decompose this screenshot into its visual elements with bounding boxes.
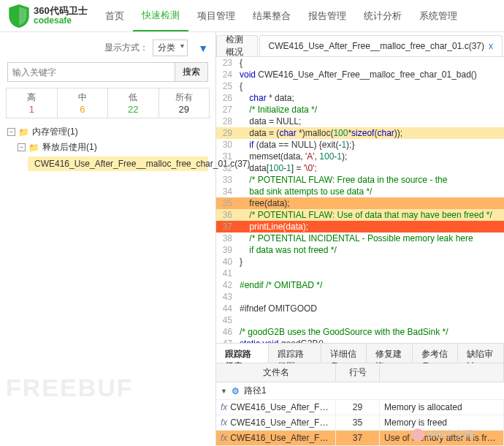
code-line: 39 if data was not freed */ xyxy=(216,244,504,256)
nav-item[interactable]: 项目管理 xyxy=(188,0,244,31)
display-mode-select[interactable]: 分类 xyxy=(153,39,188,56)
th-filename: 文件名 xyxy=(216,363,336,382)
nav-item[interactable]: 首页 xyxy=(96,0,133,31)
display-mode-label: 显示方式： xyxy=(104,42,148,54)
code-line: 25{ xyxy=(216,80,504,92)
main-nav: 首页快速检测项目管理结果整合报告管理统计分析系统管理 xyxy=(96,0,466,31)
tree-label: 释放后使用(1) xyxy=(42,141,97,154)
shield-icon xyxy=(9,4,29,28)
code-line: 35 free(data); xyxy=(216,197,504,209)
path-icon: ⚙ xyxy=(232,386,240,396)
severity-bar: 高1中6低22所有29 xyxy=(6,88,210,118)
tree-node-child[interactable]: − 📁 释放后使用(1) xyxy=(18,140,208,155)
search-button[interactable]: 搜索 xyxy=(175,62,208,82)
severity-cell[interactable]: 低22 xyxy=(108,88,159,118)
tab-source-file[interactable]: CWE416_Use_After_Free__malloc_free_char_… xyxy=(259,35,503,56)
code-line: 36 /* POTENTIAL FLAW: Use of data that m… xyxy=(216,209,504,221)
watermark: FREEBUF xyxy=(6,374,134,402)
collapse-icon[interactable]: ▼ xyxy=(221,388,227,395)
th-line: 行号 xyxy=(336,363,380,382)
filter-icon[interactable]: ▼ xyxy=(198,42,208,54)
code-line: 37 printLine(data); xyxy=(216,221,504,233)
path-group[interactable]: ▼ ⚙ 路径1 xyxy=(216,382,504,400)
bottom-tab[interactable]: 修复建议 xyxy=(367,344,413,363)
search-input[interactable] xyxy=(7,62,175,82)
issue-tree: − 📁 内存管理(1) − 📁 释放后使用(1) CWE416_Use_Afte… xyxy=(3,118,213,177)
code-line: 26 char * data; xyxy=(216,92,504,104)
code-line: 24void CWE416_Use_After_Free__malloc_fre… xyxy=(216,69,504,80)
table-row[interactable]: fxCWE416_Use_After_Free__malloc_fre...29… xyxy=(216,400,504,415)
tab-label: CWE416_Use_After_Free__malloc_free_char_… xyxy=(269,41,484,51)
right-panel: 检测概况 CWE416_Use_After_Free__malloc_free_… xyxy=(216,32,504,446)
code-editor[interactable]: 23{24void CWE416_Use_After_Free__malloc_… xyxy=(216,57,504,343)
folder-icon: 📁 xyxy=(28,143,39,153)
nav-item[interactable]: 快速检测 xyxy=(133,0,188,31)
code-line: 47static void goodG2B() xyxy=(216,338,504,343)
code-line: 38 /* POTENTIAL INCIDENTAL - Possible me… xyxy=(216,233,504,244)
severity-cell[interactable]: 中6 xyxy=(58,88,109,118)
code-line: 34 bad sink attempts to use data */ xyxy=(216,186,504,197)
bottom-tabs: 跟踪路径表跟踪路径图详细信息修复建议参考信息缺陷审计 xyxy=(216,343,504,363)
bottom-tab[interactable]: 跟踪路径表 xyxy=(216,344,269,363)
app-header: 360代码卫士 codesafe 首页快速检测项目管理结果整合报告管理统计分析系… xyxy=(0,0,504,32)
code-line: 33 /* POTENTIAL FLAW: Free data in the s… xyxy=(216,174,504,186)
code-line: 42#endif /* OMITBAD */ xyxy=(216,279,504,291)
code-line: 28 data = NULL; xyxy=(216,116,504,127)
severity-cell[interactable]: 所有29 xyxy=(159,88,210,118)
code-line: 30 if (data == NULL) {exit(-1);} xyxy=(216,139,504,151)
folder-icon: 📁 xyxy=(18,127,29,137)
code-line: 27 /* Initialize data */ xyxy=(216,104,504,116)
th-desc xyxy=(380,363,504,382)
logo-text-en: codesafe xyxy=(34,16,88,26)
logo-text-cn: 360代码卫士 xyxy=(34,6,88,16)
left-panel: 显示方式： 分类 ▼ 搜索 高1中6低22所有29 − 📁 内存管理(1) − … xyxy=(0,32,216,446)
code-line: 46/* goodG2B uses the GoodSource with th… xyxy=(216,326,504,338)
code-line: 43 xyxy=(216,291,504,303)
code-line: 32 data[100-1] = '\0'; xyxy=(216,162,504,174)
code-line: 29 data = (char *)malloc(100*sizeof(char… xyxy=(216,127,504,139)
tree-node-root[interactable]: − 📁 内存管理(1) xyxy=(7,124,208,140)
nav-item[interactable]: 结果整合 xyxy=(244,0,299,31)
tree-node-file[interactable]: CWE416_Use_After_Free__malloc_free_char_… xyxy=(28,156,208,171)
bottom-tab[interactable]: 跟踪路径图 xyxy=(269,344,321,363)
nav-item[interactable]: 报告管理 xyxy=(299,0,355,31)
close-icon[interactable]: x xyxy=(489,41,493,51)
code-line: 41 xyxy=(216,268,504,279)
table-row[interactable]: fxCWE416_Use_After_Free__malloc_fre...35… xyxy=(216,415,504,431)
tab-overview[interactable]: 检测概况 xyxy=(216,35,258,56)
nav-item[interactable]: 统计分析 xyxy=(355,0,411,31)
path-label: 路径1 xyxy=(244,385,267,397)
code-tabs: 检测概况 CWE416_Use_After_Free__malloc_free_… xyxy=(216,35,504,57)
bottom-tab[interactable]: 缺陷审计 xyxy=(458,344,504,363)
tree-label: 内存管理(1) xyxy=(32,126,78,138)
code-line: 31 memset(data, 'A', 100-1); xyxy=(216,151,504,162)
code-line: 23{ xyxy=(216,57,504,69)
logo: 360代码卫士 codesafe xyxy=(0,4,96,28)
bottom-tab[interactable]: 参考信息 xyxy=(413,344,459,363)
nav-item[interactable]: 系统管理 xyxy=(411,0,466,31)
trace-table: 文件名 行号 ▼ ⚙ 路径1 fxCWE416_Use_After_Free__… xyxy=(216,363,504,446)
code-line: 40} xyxy=(216,256,504,268)
severity-cell[interactable]: 高1 xyxy=(7,88,58,118)
expand-icon[interactable]: − xyxy=(7,128,15,136)
table-row[interactable]: fxCWE416_Use_After_Free__malloc_fre...37… xyxy=(216,431,504,446)
bottom-tab[interactable]: 详细信息 xyxy=(321,344,367,363)
code-line: 44#ifndef OMITGOOD xyxy=(216,303,504,314)
expand-icon[interactable]: − xyxy=(18,143,26,151)
code-line: 45 xyxy=(216,314,504,326)
